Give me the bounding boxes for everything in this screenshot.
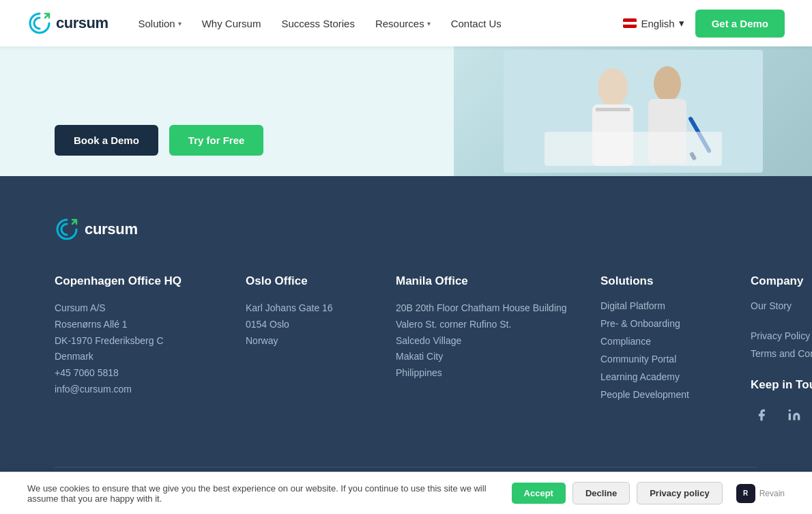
footer-link-people-development[interactable]: People Development: [600, 389, 737, 400]
cookie-privacy-policy-button[interactable]: Privacy policy: [637, 482, 722, 504]
footer-manila-address: 20B 20th Floor Chatham House Building Va…: [396, 300, 587, 382]
footer-email-link[interactable]: info@cursum.com: [55, 384, 132, 395]
hero-right: [454, 46, 812, 176]
svg-point-4: [654, 66, 681, 102]
nav-resources[interactable]: Resources ▾: [367, 12, 439, 35]
footer: cursum Copenhagen Office HQ Cursum A/S R…: [0, 176, 812, 514]
cookie-buttons: Accept Decline Privacy policy: [512, 482, 723, 504]
cookie-decline-button[interactable]: Decline: [572, 482, 630, 504]
hero-section: Book a Demo Try for Free: [0, 46, 812, 176]
footer-oslo-address: Karl Johans Gate 16 0154 Oslo Norway: [246, 300, 382, 349]
footer-logo-text: cursum: [85, 220, 138, 238]
nav-contact[interactable]: Contact Us: [443, 12, 510, 35]
revain-logo-icon: R: [736, 484, 755, 503]
footer-logo-area: cursum: [55, 217, 757, 242]
flag-icon: [623, 18, 637, 28]
footer-col-company: Company Our Story Privacy Policy Terms a…: [751, 274, 812, 426]
footer-col-oslo: Oslo Office Karl Johans Gate 16 0154 Osl…: [246, 274, 382, 426]
footer-link-privacy-policy[interactable]: Privacy Policy: [751, 330, 812, 341]
footer-col-manila: Manila Office 20B 20th Floor Chatham Hou…: [396, 274, 587, 426]
nav-success-stories[interactable]: Success Stories: [273, 12, 363, 35]
linkedin-icon[interactable]: [783, 404, 805, 426]
navbar: cursum Solution ▾ Why Cursum Success Sto…: [0, 0, 812, 46]
nav-why-cursum[interactable]: Why Cursum: [194, 12, 270, 35]
language-selector[interactable]: English ▾: [623, 17, 684, 29]
revain-badge: R Revain: [736, 484, 785, 503]
footer-link-pre-onboarding[interactable]: Pre- & Onboarding: [600, 318, 737, 329]
footer-copenhagen-address: Cursum A/S Rosenørns Allé 1 DK-1970 Fred…: [55, 300, 232, 398]
chevron-down-icon: ▾: [178, 20, 182, 27]
footer-logo[interactable]: cursum: [55, 217, 757, 242]
footer-link-learning-academy[interactable]: Learning Academy: [600, 371, 737, 382]
revain-label: Revain: [759, 489, 785, 498]
cookie-text: We use cookies to ensure that we give yo…: [27, 483, 498, 504]
language-label: English: [641, 18, 674, 29]
footer-link-our-story[interactable]: Our Story: [751, 300, 812, 311]
footer-col-solutions: Solutions Digital Platform Pre- & Onboar…: [600, 274, 737, 426]
footer-solutions-title: Solutions: [600, 274, 737, 288]
hero-illustration: [504, 50, 763, 173]
footer-divider: [55, 467, 757, 468]
footer-manila-title: Manila Office: [396, 274, 587, 288]
footer-link-compliance[interactable]: Compliance: [600, 336, 737, 347]
logo-text: cursum: [56, 14, 108, 32]
footer-col-copenhagen: Copenhagen Office HQ Cursum A/S Rosenørn…: [55, 274, 232, 426]
social-icons: [751, 404, 812, 426]
svg-point-9: [789, 410, 791, 412]
svg-rect-8: [545, 132, 722, 166]
footer-oslo-title: Oslo Office: [246, 274, 382, 288]
try-free-button[interactable]: Try for Free: [169, 125, 264, 156]
svg-rect-3: [596, 108, 630, 111]
footer-company-title: Company: [751, 274, 812, 288]
navbar-right: English ▾ Get a Demo: [623, 10, 785, 38]
facebook-icon[interactable]: [751, 404, 772, 426]
footer-copenhagen-title: Copenhagen Office HQ: [55, 274, 232, 288]
chevron-down-icon: ▾: [427, 20, 431, 27]
svg-point-1: [598, 68, 628, 106]
cursum-logo-icon: [27, 11, 52, 35]
footer-link-community-portal[interactable]: Community Portal: [600, 354, 737, 365]
footer-link-terms[interactable]: Terms and Conditions: [751, 348, 812, 359]
hero-buttons: Book a Demo Try for Free: [55, 125, 413, 156]
cookie-accept-button[interactable]: Accept: [512, 483, 566, 504]
hero-image: [454, 46, 812, 176]
footer-link-digital-platform[interactable]: Digital Platform: [600, 300, 737, 311]
footer-columns: Copenhagen Office HQ Cursum A/S Rosenørn…: [55, 274, 757, 426]
nav-links: Solution ▾ Why Cursum Success Stories Re…: [130, 12, 623, 35]
keep-in-touch-title: Keep in Touch: [751, 378, 812, 392]
nav-solution[interactable]: Solution ▾: [130, 12, 189, 35]
book-demo-button[interactable]: Book a Demo: [55, 125, 158, 156]
hero-left: Book a Demo Try for Free: [0, 46, 454, 176]
get-demo-button[interactable]: Get a Demo: [695, 10, 785, 38]
cookie-banner: We use cookies to ensure that we give yo…: [0, 472, 812, 514]
page-wrapper: Book a Demo Try for Free: [0, 0, 812, 514]
logo[interactable]: cursum: [27, 11, 108, 35]
chevron-down-icon: ▾: [679, 17, 684, 29]
footer-logo-icon: [55, 217, 79, 242]
